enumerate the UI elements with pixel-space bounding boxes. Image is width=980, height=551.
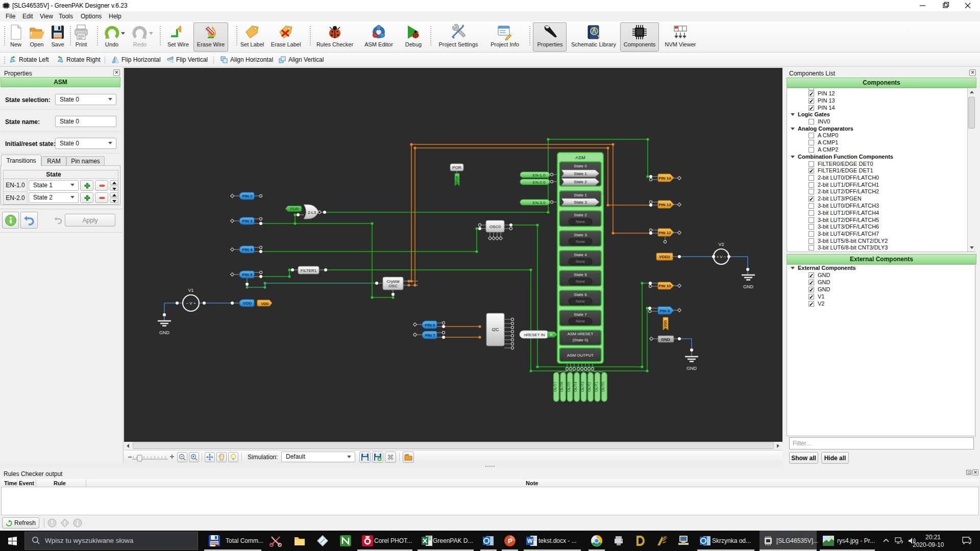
svg-text:None: None — [576, 219, 585, 224]
svg-text:State 0: State 0 — [574, 164, 587, 168]
svg-text:OUT4: OUT4 — [573, 382, 578, 392]
svg-text:VDD2: VDD2 — [659, 255, 670, 259]
svg-text:nRESET IN: nRESET IN — [524, 333, 545, 337]
svg-text:VDD: VDD — [261, 302, 269, 306]
svg-text:GND: GND — [687, 366, 697, 371]
svg-text:V2: V2 — [718, 242, 724, 247]
svg-text:State 7: State 7 — [574, 312, 587, 317]
svg-text:State 3: State 3 — [574, 233, 587, 237]
svg-text:State 5: State 5 — [574, 272, 587, 277]
svg-text:POR: POR — [455, 176, 459, 183]
svg-text:OSC: OSC — [388, 284, 398, 288]
svg-text:PIN 7: PIN 7 — [425, 333, 435, 338]
svg-text:State 3: State 3 — [574, 200, 587, 205]
svg-text:POR: POR — [290, 207, 299, 211]
svg-text:State 1: State 1 — [574, 193, 587, 197]
svg-text:OUT6: OUT6 — [559, 382, 564, 392]
svg-text:VDD: VDD — [664, 320, 667, 327]
svg-text:PIN 12: PIN 12 — [658, 231, 671, 235]
svg-text:W: W — [527, 538, 533, 544]
svg-text:None: None — [576, 319, 585, 323]
svg-text:State 4: State 4 — [574, 253, 587, 257]
svg-text:State 1: State 1 — [574, 171, 587, 176]
svg-text:PIN 8: PIN 8 — [659, 309, 670, 313]
svg-text:PIN 4: PIN 4 — [242, 247, 253, 252]
svg-text:PIN 14: PIN 14 — [658, 176, 671, 181]
svg-text:None: None — [576, 279, 585, 284]
svg-text:EN-2.0: EN-2.0 — [533, 180, 546, 185]
svg-text:EN-1.0: EN-1.0 — [533, 173, 546, 178]
svg-text:None: None — [576, 239, 585, 244]
svg-text:ASM nRESET: ASM nRESET — [568, 332, 594, 336]
svg-text:R: R — [550, 333, 552, 337]
svg-text:+ V −: + V − — [716, 255, 726, 259]
svg-text:State 2: State 2 — [574, 180, 587, 184]
svg-text:VDD: VDD — [243, 301, 252, 306]
svg-text:GND: GND — [743, 284, 754, 289]
svg-text:P: P — [508, 537, 512, 545]
svg-text:PIN 2: PIN 2 — [242, 194, 253, 198]
svg-text:− V +: − V + — [186, 301, 195, 306]
svg-text:Crystal: Crystal — [387, 279, 400, 284]
svg-text:OSC0: OSC0 — [489, 224, 501, 229]
svg-text:GND: GND — [159, 330, 170, 335]
svg-text:State 6: State 6 — [574, 292, 587, 297]
svg-text:OUT3: OUT3 — [580, 382, 585, 392]
svg-text:ASM OUTPUT: ASM OUTPUT — [567, 353, 594, 358]
svg-text:ASM: ASM — [575, 155, 585, 160]
svg-text:EN-3.0: EN-3.0 — [533, 201, 546, 205]
svg-text:None: None — [576, 299, 585, 304]
svg-text:V1: V1 — [188, 288, 193, 293]
svg-text:PIN 5: PIN 5 — [242, 272, 253, 277]
svg-text:I2C: I2C — [492, 327, 499, 332]
svg-text:PIN 3: PIN 3 — [242, 219, 253, 223]
svg-text:FILTER1: FILTER1 — [301, 268, 317, 273]
svg-text:POR: POR — [452, 165, 461, 170]
svg-text:OUT5: OUT5 — [567, 382, 571, 392]
svg-text:OUT7: OUT7 — [553, 382, 557, 392]
svg-text:2-L3: 2-L3 — [308, 210, 316, 215]
svg-text:None: None — [576, 259, 585, 264]
svg-text:OUT1: OUT1 — [594, 382, 599, 392]
svg-text:PIN 10: PIN 10 — [658, 284, 671, 288]
svg-text:16: 16 — [663, 536, 667, 539]
svg-text:PIN 6: PIN 6 — [425, 323, 435, 328]
svg-text:State 2: State 2 — [574, 213, 587, 217]
svg-text:OUT0: OUT0 — [601, 382, 605, 392]
svg-text:PIN 13: PIN 13 — [658, 203, 671, 207]
svg-text:OUT2: OUT2 — [587, 382, 592, 392]
svg-text:GND: GND — [661, 337, 670, 342]
svg-text:(State 0): (State 0) — [573, 338, 589, 342]
